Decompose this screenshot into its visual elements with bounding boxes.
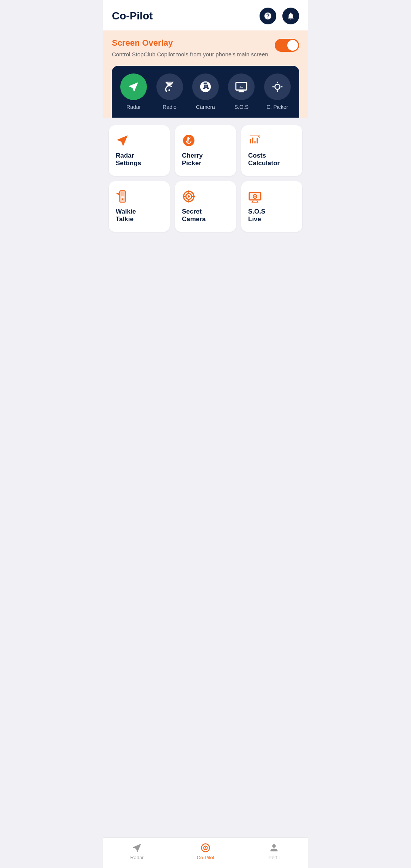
overlay-description: Control StopClub Copilot tools from your… [112,50,268,58]
svg-point-5 [122,198,124,200]
card-sos-live-label: S.O.SLive [248,208,295,223]
camera-circle [192,73,219,100]
help-button[interactable] [260,8,276,24]
app-title: Co-Pilot [112,10,153,22]
sos-circle [228,73,255,100]
overlay-bar: Radar Radio Câmera [112,66,299,118]
card-secret-camera-label: SecretCamera [182,208,229,223]
cpicker-circle [264,73,291,100]
radio-circle [156,73,183,100]
grid-section: RadarSettings $ CherryPicker CostsCalcul… [103,118,308,239]
sos-live-icon [248,190,262,203]
overlay-radio-label: Radio [162,104,177,110]
overlay-item-camera[interactable]: Câmera [192,73,219,110]
card-radar-settings[interactable]: RadarSettings [109,125,170,176]
overlay-radar-label: Radar [126,104,141,110]
overlay-banner: Screen Overlay Control StopClub Copilot … [103,30,308,118]
cpicker-icon [271,81,284,93]
radar-settings-icon [116,134,129,147]
card-costs-calculator[interactable]: CostsCalculator [241,125,302,176]
card-walkie-talkie[interactable]: WalkieTalkie [109,181,170,232]
svg-rect-4 [121,192,124,196]
header-actions [260,8,299,24]
card-walkie-talkie-label: WalkieTalkie [116,208,163,223]
overlay-camera-label: Câmera [196,104,215,110]
radar-circle [120,73,147,100]
overlay-item-cpicker[interactable]: C. Picker [264,73,291,110]
overlay-sos-label: S.O.S [234,104,249,110]
overlay-item-radar[interactable]: Radar [120,73,147,110]
svg-text:$: $ [187,138,190,144]
radar-icon [127,81,140,93]
sos-tv-icon [235,80,248,93]
secret-camera-icon [182,190,196,203]
overlay-item-radio[interactable]: Radio [156,73,183,110]
card-radar-settings-label: RadarSettings [116,152,163,168]
notifications-button[interactable] [282,8,299,24]
camera-shutter-icon [199,80,212,93]
overlay-cpicker-label: C. Picker [266,104,288,110]
card-costs-calculator-label: CostsCalculator [248,152,295,168]
bell-icon [287,12,295,20]
radio-icon [164,81,176,93]
overlay-item-sos[interactable]: S.O.S [228,73,255,110]
question-icon [264,12,272,20]
tools-grid: RadarSettings $ CherryPicker CostsCalcul… [109,125,302,232]
overlay-text: Screen Overlay Control StopClub Copilot … [112,38,268,58]
costs-calculator-icon [248,134,262,147]
walkie-talkie-icon [116,190,129,203]
toggle-knob [287,40,298,51]
cherry-picker-icon: $ [182,134,196,147]
card-cherry-picker[interactable]: $ CherryPicker [175,125,236,176]
card-sos-live[interactable]: S.O.SLive [241,181,302,232]
svg-point-0 [275,84,280,89]
card-cherry-picker-label: CherryPicker [182,152,229,168]
overlay-toggle[interactable] [275,39,299,52]
header: Co-Pilot [103,0,308,30]
card-secret-camera[interactable]: SecretCamera [175,181,236,232]
overlay-top-row: Screen Overlay Control StopClub Copilot … [112,38,299,58]
overlay-title: Screen Overlay [112,38,268,48]
